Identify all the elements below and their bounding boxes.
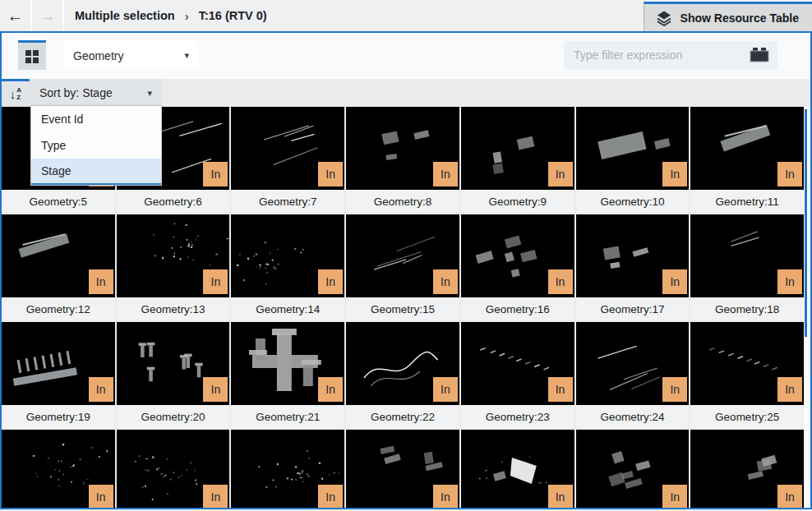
vertical-scrollbar[interactable]: [804, 107, 809, 508]
show-resource-table-button[interactable]: Show Resource Table: [644, 2, 812, 31]
tile-geometry-24[interactable]: InGeometry:24: [576, 322, 690, 428]
usage-badge: In: [318, 269, 343, 294]
usage-badge: In: [203, 269, 228, 294]
tile-geometry-20[interactable]: InGeometry:20: [117, 322, 230, 428]
tile-geometry-19[interactable]: InGeometry:19: [2, 322, 115, 428]
geometry-thumbnail: In: [576, 430, 690, 508]
tile-label: Geometry:5: [2, 190, 115, 213]
tile-geometry-15[interactable]: InGeometry:15: [346, 214, 459, 320]
tile-geometry-11[interactable]: InGeometry:11: [690, 107, 804, 213]
tile-geometry-14[interactable]: InGeometry:14: [231, 214, 344, 320]
tile-geometry-12[interactable]: InGeometry:12: [2, 214, 115, 320]
tile-label: Geometry:25: [690, 405, 804, 428]
usage-badge: In: [548, 269, 573, 294]
menu-item-stage[interactable]: Stage: [31, 159, 161, 185]
geometry-thumbnail: In: [346, 430, 459, 508]
chevron-down-icon: ▾: [184, 50, 189, 61]
forward-button[interactable]: →: [32, 0, 64, 31]
usage-badge: In: [433, 485, 458, 508]
tile-label: Geometry:24: [576, 405, 690, 428]
tile-geometry-17[interactable]: InGeometry:17: [576, 214, 690, 320]
tile-label: Geometry:11: [690, 190, 804, 213]
breadcrumb-item-multiple-selection[interactable]: Multiple selection: [75, 9, 175, 22]
tile-label: Geometry:19: [2, 405, 115, 428]
usage-badge: In: [662, 377, 687, 402]
geometry-thumbnail: In: [231, 430, 344, 508]
geometry-thumbnail: In: [461, 430, 574, 508]
geometry-thumbnail: In: [690, 214, 804, 297]
geometry-thumbnail: In: [346, 107, 459, 190]
tile-geometry-21[interactable]: InGeometry:21: [231, 322, 344, 428]
sort-by-select[interactable]: Sort by: Stage ▾: [30, 79, 162, 107]
breadcrumb-separator-icon: ›: [185, 9, 189, 23]
tile[interactable]: In: [576, 430, 690, 508]
usage-badge: In: [433, 269, 458, 294]
view-toolbar: Geometry ▾: [2, 33, 810, 79]
tile-geometry-13[interactable]: InGeometry:13: [117, 214, 230, 320]
usage-badge: In: [662, 162, 687, 186]
tile-label: Geometry:15: [346, 297, 459, 320]
sort-az-icon: ↓: [10, 88, 16, 100]
geometry-thumbnail: In: [231, 322, 344, 405]
usage-badge: In: [548, 485, 573, 508]
tile-label: Geometry:9: [461, 190, 574, 213]
tile-geometry-8[interactable]: InGeometry:8: [346, 107, 459, 213]
geometry-thumbnail: In: [690, 430, 804, 508]
tile[interactable]: In: [231, 430, 344, 508]
tile-geometry-22[interactable]: InGeometry:22: [346, 322, 459, 428]
tile-geometry-18[interactable]: InGeometry:18: [690, 214, 804, 320]
geometry-thumbnail: In: [576, 107, 690, 190]
resource-type-select[interactable]: Geometry ▾: [63, 41, 199, 70]
grid-view-button[interactable]: [18, 40, 46, 70]
tile-geometry-16[interactable]: InGeometry:16: [461, 214, 574, 320]
tile[interactable]: In: [346, 430, 459, 508]
breadcrumb: Multiple selection › T:16 (RTV 0): [75, 0, 267, 31]
geometry-thumbnail: In: [346, 322, 459, 405]
tile-geometry-9[interactable]: InGeometry:9: [461, 107, 574, 213]
tile-label: Geometry:7: [231, 190, 344, 213]
tile-label: Geometry:18: [690, 297, 804, 320]
usage-badge: In: [777, 162, 802, 186]
tile[interactable]: In: [2, 430, 115, 508]
menu-item-event-id[interactable]: Event Id: [31, 106, 161, 132]
tile-geometry-23[interactable]: InGeometry:23: [461, 322, 574, 428]
usage-badge: In: [548, 377, 573, 402]
geometry-thumbnail: In: [117, 322, 230, 405]
geometry-thumbnail: In: [2, 214, 115, 297]
geometry-thumbnail: In: [461, 107, 574, 190]
menu-item-type[interactable]: Type: [31, 132, 161, 159]
usage-badge: In: [777, 269, 802, 294]
tile[interactable]: In: [690, 430, 804, 508]
usage-badge: In: [433, 162, 458, 186]
tile-geometry-25[interactable]: InGeometry:25: [690, 322, 804, 428]
usage-badge: In: [318, 162, 343, 186]
scrollbar-thumb[interactable]: [805, 109, 807, 337]
back-button[interactable]: ←: [0, 0, 32, 31]
geometry-thumbnail: In: [231, 107, 344, 190]
tile-label: Geometry:10: [576, 190, 690, 213]
filter-field-wrap: [564, 41, 777, 69]
geometry-thumbnail: In: [576, 214, 690, 297]
sort-direction-button[interactable]: ↓ AZ: [2, 79, 30, 107]
sort-by-menu: Event IdTypeStage: [30, 105, 162, 186]
tile-label: Geometry:6: [117, 190, 230, 213]
tile-label: Geometry:14: [231, 297, 344, 320]
tile[interactable]: In: [117, 430, 230, 508]
geometry-thumbnail: In: [117, 214, 230, 297]
geometry-thumbnail: In: [461, 214, 574, 297]
geometry-thumbnail: In: [461, 322, 574, 405]
geometry-thumbnail: In: [690, 322, 804, 405]
geometry-thumbnail: In: [576, 322, 690, 405]
show-resource-table-label: Show Resource Table: [681, 12, 799, 25]
tile[interactable]: In: [461, 430, 574, 508]
tile-geometry-10[interactable]: InGeometry:10: [576, 107, 690, 213]
usage-badge: In: [777, 485, 802, 508]
tile-label: Geometry:8: [346, 190, 459, 213]
usage-badge: In: [548, 162, 573, 186]
tile-geometry-7[interactable]: InGeometry:7: [231, 107, 344, 213]
brick-icon[interactable]: [750, 47, 771, 63]
filter-expression-input[interactable]: [564, 48, 750, 62]
sort-toolbar: ↓ AZ Sort by: Stage ▾: [2, 79, 810, 107]
resource-panel: Geometry ▾ ↓ AZ Sort by: Stage ▾: [0, 31, 812, 509]
usage-badge: In: [203, 485, 228, 508]
